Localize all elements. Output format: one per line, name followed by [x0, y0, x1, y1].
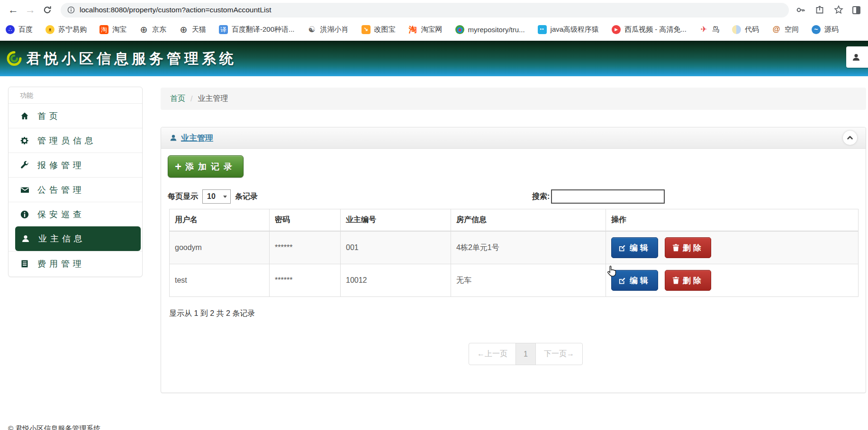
bookmark-bird[interactable]: ✈鸟: [699, 25, 719, 34]
forward-icon[interactable]: →: [22, 1, 39, 18]
brand: 君悦小区信息服务管理系统: [7, 49, 237, 68]
delete-button[interactable]: 删除: [665, 237, 711, 258]
suning-favicon: ᴥ: [45, 25, 54, 34]
bookmark-taobaowang[interactable]: 淘淘宝网: [408, 25, 443, 34]
sidebar-item-owner-info[interactable]: 业主信息: [15, 226, 141, 251]
app-logo-icon: [7, 51, 22, 66]
sidebar-item-fee[interactable]: 费用管理: [9, 251, 142, 276]
add-record-button[interactable]: + 添加记录: [168, 155, 244, 178]
gear-icon: [20, 136, 29, 145]
delete-button[interactable]: 删除: [665, 270, 711, 291]
col-property: 房产信息: [451, 209, 606, 232]
table-row: goodym ****** 001 4栋2单元1号 编辑 删除: [170, 231, 859, 264]
page-size-select[interactable]: 10: [202, 189, 231, 204]
sidebar-item-home[interactable]: 首页: [9, 103, 142, 128]
bookmark-yuanma[interactable]: ~源码: [812, 25, 839, 34]
side-panel-icon[interactable]: [852, 6, 860, 14]
honghuxiaoxiao-favicon: ☯: [307, 25, 316, 34]
info-circle-icon: [20, 210, 29, 219]
panel-title-link[interactable]: 业主管理: [170, 133, 213, 143]
cell-owner-id: 001: [341, 231, 451, 264]
password-key-icon[interactable]: [796, 5, 806, 15]
bookmark-kongjian[interactable]: @空间: [772, 25, 799, 34]
bookmark-myrepository[interactable]: myrepository/tru...: [455, 25, 525, 34]
col-actions: 操作: [606, 209, 859, 232]
search-input[interactable]: [551, 189, 665, 204]
sidebar-item-notice[interactable]: 公告管理: [9, 177, 142, 202]
yuanma-favicon: ~: [812, 25, 821, 34]
next-page-button[interactable]: 下一页→: [535, 343, 583, 365]
browser-window: ← → localhost:8080/property/custom?actio…: [0, 0, 868, 430]
footer-text: © 君悦小区信息服务管理系统: [8, 424, 100, 430]
bookmark-tmall[interactable]: ⊕天猫: [179, 25, 206, 34]
breadcrumb-current: 业主管理: [198, 94, 228, 104]
address-bar[interactable]: localhost:8080/property/custom?action=cu…: [61, 3, 789, 18]
bookmark-baidu-translate[interactable]: 译百度翻译-200种语...: [219, 25, 295, 34]
collapse-panel-button[interactable]: [843, 131, 857, 145]
wrench-icon: [20, 161, 29, 170]
pagination: ←上一页 1 下一页→: [469, 343, 583, 365]
app-header: 君悦小区信息服务管理系统: [0, 41, 868, 76]
chevron-up-icon: [847, 134, 853, 141]
person-icon: [21, 234, 30, 243]
sidebar-item-admin-info[interactable]: 管理员信息: [9, 128, 142, 152]
myrepository-favicon: [455, 25, 464, 34]
col-password: 密码: [270, 209, 341, 232]
bookmark-java[interactable]: ••java高级程序猿: [538, 25, 599, 34]
sidebar-heading: 功能: [9, 87, 142, 103]
sidebar-item-repair[interactable]: 报修管理: [9, 152, 142, 177]
table-header-row: 用户名 密码 业主编号 房产信息 操作: [170, 209, 859, 232]
records-summary: 显示从 1 到 2 共 2 条记录: [169, 309, 255, 319]
edit-button[interactable]: 编辑: [611, 237, 658, 258]
trash-icon: [672, 244, 679, 251]
cell-password: ******: [270, 264, 341, 297]
edit-icon: [619, 244, 626, 251]
panel-header: 业主管理: [161, 127, 866, 149]
bookmark-daima[interactable]: 代码: [732, 25, 759, 34]
bookmark-jd[interactable]: ⊕京东: [139, 25, 166, 34]
chevron-down-icon: [223, 196, 227, 198]
bookmark-suning[interactable]: ᴥ苏宁易购: [45, 25, 87, 34]
jd-favicon: ⊕: [139, 25, 148, 34]
bookmark-gaitubao[interactable]: ↘改图宝: [362, 25, 396, 34]
prev-page-button[interactable]: ←上一页: [469, 343, 516, 365]
search-label: 搜索:: [532, 192, 550, 202]
tmall-favicon: ⊕: [179, 25, 188, 34]
user-menu[interactable]: [846, 46, 868, 68]
app-title: 君悦小区信息服务管理系统: [27, 49, 237, 68]
share-icon[interactable]: [814, 5, 825, 15]
page-size-control: 每页显示 10 条记录: [168, 189, 258, 204]
cell-username: test: [170, 264, 270, 297]
baidu-translate-favicon: 译: [219, 25, 228, 34]
bird-favicon: ✈: [699, 25, 708, 34]
cell-password: ******: [270, 231, 341, 264]
kongjian-favicon: @: [772, 25, 781, 34]
taobao-favicon: 淘: [99, 25, 108, 34]
bookmark-taobao[interactable]: 淘淘宝: [99, 25, 127, 34]
bookmark-honghuxiaoxiao[interactable]: ☯洪湖小肖: [307, 25, 349, 34]
bookmark-xigua-video[interactable]: ▶西瓜视频 - 高清免...: [612, 25, 687, 34]
book-icon: [20, 260, 29, 268]
home-icon: [20, 112, 29, 120]
gaitubao-favicon: ↘: [362, 25, 371, 34]
breadcrumb-home-link[interactable]: 首页: [170, 94, 185, 104]
page-number-button[interactable]: 1: [515, 343, 536, 365]
edit-button[interactable]: 编辑: [611, 270, 658, 291]
cell-owner-id: 10012: [341, 264, 451, 297]
cell-property: 无车: [451, 264, 606, 297]
page-size-label-before: 每页显示: [168, 192, 198, 202]
page-info-icon[interactable]: [67, 6, 75, 14]
col-username: 用户名: [170, 209, 270, 232]
edit-icon: [619, 277, 626, 284]
bookmark-baidu[interactable]: ∴百度: [6, 25, 33, 34]
cell-username: goodym: [170, 231, 270, 264]
back-icon[interactable]: ←: [5, 1, 22, 18]
person-icon: [170, 134, 177, 142]
user-icon: [852, 53, 860, 62]
plus-icon: +: [175, 160, 181, 173]
sidebar-item-security-patrol[interactable]: 保安巡查: [9, 202, 142, 226]
refresh-icon[interactable]: [39, 1, 56, 18]
bookmark-star-icon[interactable]: [833, 5, 844, 15]
trash-icon: [672, 277, 679, 284]
table-row: test ****** 10012 无车 编辑 删除: [170, 264, 859, 297]
